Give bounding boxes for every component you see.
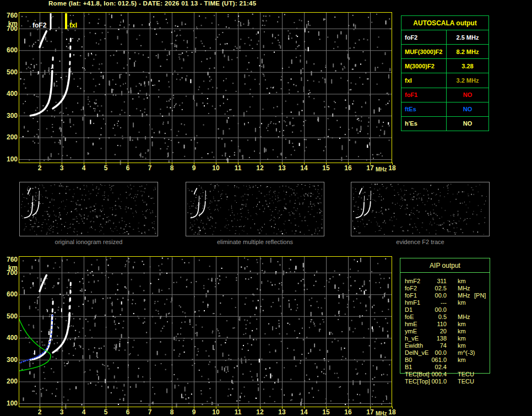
x-tick-label: 15: [319, 408, 333, 416]
series-autoscaled-trace-fit: [19, 315, 53, 363]
thumbnail-canvas: [19, 182, 158, 236]
x-tick-label: 15: [319, 164, 333, 172]
parameter-value: 00.0: [419, 292, 447, 299]
parameter-name: h'Es: [401, 117, 447, 131]
y-tick-label: 600: [0, 290, 18, 298]
parameter-name: fxI: [401, 73, 447, 87]
x-tick-label: 2: [33, 408, 46, 416]
parameter-value: 000.4: [419, 371, 447, 377]
y-tick-label: 500: [0, 68, 18, 76]
thumbnail-trace: [364, 196, 365, 201]
x-tick-label: 9: [187, 408, 200, 416]
x-tick-label: 4: [77, 408, 90, 416]
y-tick-label: 300: [0, 356, 18, 364]
thumbnail-noise-speckles: [187, 183, 323, 235]
bottom-ionogram: [19, 256, 393, 412]
parameter-value: ---: [419, 299, 447, 306]
x-tick-label: 8: [165, 408, 178, 416]
autoscala-row-ftes: ftEsNO: [401, 102, 488, 117]
parameter-name: B0: [405, 356, 412, 363]
parameter-value: 0.5: [419, 314, 447, 320]
parameter-unit: MHz: [458, 314, 470, 320]
parameter-name: hmF1: [405, 299, 420, 306]
top-ionogram: [19, 12, 393, 168]
aip-row-hmf2: hmF2311km: [400, 278, 490, 285]
series-F2-ordinary-trace: [30, 71, 52, 116]
aip-row-b0: B0061.0km: [400, 356, 490, 364]
y-tick-label: 200: [0, 377, 18, 385]
y-tick-label: 600: [0, 46, 18, 54]
autoscala-row-fof2: foF22.5 MHz: [401, 30, 488, 45]
parameter-value: 061.0: [419, 356, 447, 363]
thumbnail-border: [20, 182, 158, 236]
autoscala-app-window: Rome (lat: +41.8, lon: 012.5) - DATE: 20…: [0, 0, 532, 416]
parameter-value: NO: [447, 88, 488, 102]
series-F2-extraordinary-spread: [70, 283, 71, 309]
thumbnail-evidence-f2-trace: [351, 182, 490, 236]
thumbnail-trace: [199, 202, 205, 215]
y-tick-label: 400: [0, 90, 18, 98]
aip-row-b1: B102.4: [400, 364, 490, 371]
parameter-value: NO: [447, 102, 488, 116]
parameter-name: hmE: [405, 321, 417, 327]
parameter-name: foF2: [405, 285, 417, 291]
parameter-value: 00.0: [419, 306, 447, 313]
x-tick-label: 3: [55, 408, 68, 416]
x-tick-label: 13: [275, 408, 289, 416]
parameter-unit: km: [458, 299, 466, 306]
aip-row-yme: ymE20km: [400, 328, 490, 335]
thumbnail-canvas: [351, 182, 490, 236]
parameter-note: [PN]: [474, 292, 486, 299]
thumbnail-canvas: [186, 182, 324, 236]
thumbnail-original-ionogram: [19, 182, 158, 236]
autoscala-row-hes: h'EsNO: [401, 117, 488, 131]
y-tick-label: 760: [0, 12, 18, 19]
parameter-name: B1: [405, 364, 412, 370]
x-tick-label: 14: [297, 164, 311, 172]
thumbnail-noise-speckles: [21, 183, 156, 235]
grid-lines: [19, 13, 392, 163]
x-tick-label: 4: [77, 164, 90, 172]
parameter-value: 3.2 MHz: [447, 73, 488, 87]
thumbnail-label: evidence F2 trace: [351, 239, 490, 245]
autoscala-table-header: AUTOSCALA output: [401, 16, 488, 30]
autoscala-output-table: AUTOSCALA output foF22.5 MHzMUF(3000)F28…: [401, 15, 489, 131]
parameter-name: hmF2: [405, 278, 420, 284]
thumbnail-trace: [28, 188, 31, 194]
aip-output-table: AIP output hmF2311kmfoF202.5MHzfoF100.0M…: [400, 258, 490, 374]
parameter-value: 02.4: [419, 364, 447, 370]
thumbnail-label: eliminate multiple reflections: [186, 239, 324, 245]
x-tick-label: 17: [363, 408, 377, 416]
x-tick-label: 18: [386, 164, 399, 172]
parameter-unit: km: [458, 342, 466, 349]
x-tick-label: 6: [121, 408, 134, 416]
parameter-value: 8.2 MHz: [447, 45, 488, 58]
parameter-value: 2.5 MHz: [447, 30, 488, 44]
parameter-unit: km: [458, 321, 466, 327]
thumbnail-label: original ionogram resized: [19, 239, 158, 245]
x-tick-label: 10: [209, 164, 222, 172]
parameter-value: 3.28: [447, 59, 488, 73]
series-F2-ordinary-spread: [52, 53, 53, 68]
y-axis-unit-label: km: [0, 264, 18, 272]
parameter-value: 001.0: [419, 378, 447, 385]
fof2-annotation-label: foF2: [32, 21, 46, 29]
aip-row-fof1: foF100.0MHz[PN]: [400, 292, 490, 299]
ionogram-noise-speckles: [20, 257, 390, 409]
parameter-name: foE: [405, 314, 414, 320]
x-tick-label: 17: [363, 164, 377, 172]
autoscala-row-muf3000f2: MUF(3000)F28.2 MHz: [401, 45, 488, 59]
x-tick-label: 12: [253, 408, 267, 416]
series-F2-extraordinary-spread: [70, 39, 71, 65]
aip-row-tecbot: TEC[Bot]000.4TECU: [400, 371, 490, 378]
parameter-value: 02.5: [419, 285, 447, 291]
thumbnail-trace: [199, 196, 199, 201]
aip-row-fof2: foF202.5MHz: [400, 285, 490, 292]
autoscala-row-fof1: foF1NO: [401, 88, 488, 102]
parameter-name: D1: [405, 306, 412, 313]
thumbnail-trace: [32, 196, 33, 201]
parameter-name: ymE: [405, 328, 417, 334]
thumbnail-eliminate-reflections: [186, 182, 324, 236]
parameter-name: h_vE: [405, 335, 419, 342]
parameter-name: foF2: [401, 30, 447, 44]
